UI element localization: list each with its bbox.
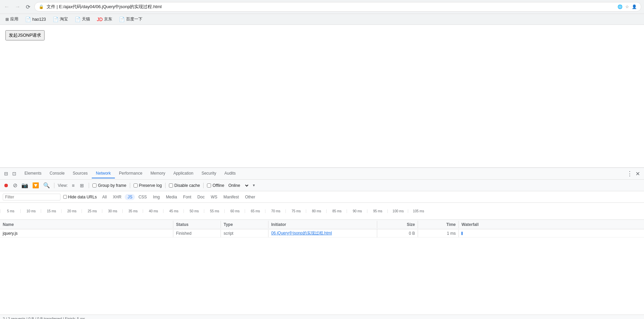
filter-ws[interactable]: WS [208,194,220,200]
filter-xhr[interactable]: XHR [110,194,124,200]
col-header-time[interactable]: Time [418,221,459,228]
back-button[interactable]: ← [3,2,11,11]
filter-img[interactable]: Img [150,194,162,200]
timeline-label: 60 ms [224,209,245,213]
user-icon[interactable]: 👤 [632,4,637,9]
jsonp-request-button[interactable]: 发起JSONP请求 [5,30,45,40]
star-icon[interactable]: ☆ [625,4,629,9]
row-status: Finished [173,230,221,237]
timeline-label: 80 ms [306,209,326,213]
online-chevron-icon[interactable]: ▼ [252,183,256,187]
preserve-log-checkbox[interactable] [134,183,138,188]
network-table: Name Status Type Initiator Size Time Wat… [0,220,644,315]
online-select[interactable]: Online Offline Slow 3G Fast 3G [227,183,249,188]
filter-css[interactable]: CSS [136,194,150,200]
row-waterfall [459,230,644,236]
filter-input[interactable] [3,194,60,200]
tab-audits[interactable]: Audits [220,169,240,178]
filter-js[interactable]: JS [125,194,135,200]
view-table-button[interactable]: ⊞ [79,182,85,189]
bookmark-jd[interactable]: JD 京东 [94,16,115,23]
timeline-bar: 5 ms10 ms15 ms20 ms25 ms30 ms35 ms40 ms4… [0,203,644,220]
devtools-more-button[interactable]: ⋮ [625,169,634,179]
screenshot-button[interactable]: 📷 [21,181,29,189]
timeline-label: 105 ms [408,209,428,213]
jd-label: 京东 [104,16,112,22]
bookmark-taobao[interactable]: 📄 淘宝 [50,16,71,23]
timeline-labels: 5 ms10 ms15 ms20 ms25 ms30 ms35 ms40 ms4… [0,208,644,214]
tmall-icon: 📄 [75,17,81,22]
col-header-status[interactable]: Status [173,221,221,228]
network-toolbar: ⏺ ⊘ 📷 🔽 🔍 View: ≡ ⊞ Group by frame Prese… [0,180,644,191]
hao123-icon: 📄 [25,17,31,22]
nav-bar: ← → ⟳ 🔒 文件 | E:/ajax代码/day04/06.jQuery中j… [0,0,644,14]
col-header-size[interactable]: Size [377,221,418,228]
hide-data-urls-checkbox[interactable] [63,195,67,199]
preserve-log-label: Preserve log [139,183,162,188]
tab-memory[interactable]: Memory [146,169,169,178]
apps-label: 应用 [10,16,18,22]
offline-checkbox[interactable] [207,183,211,188]
address-text: 文件 | E:/ajax代码/day04/06.jQuery中jsonp的实现过… [47,4,615,10]
tab-network[interactable]: Network [92,169,115,178]
refresh-button[interactable]: ⟳ [24,2,32,12]
status-bar: 2 / 2 requests | 0 B / 0 B transferred |… [0,315,644,319]
col-header-name[interactable]: Name [0,221,173,228]
tab-console[interactable]: Console [46,169,69,178]
col-header-type[interactable]: Type [221,221,268,228]
tab-sources[interactable]: Sources [69,169,92,178]
devtools-dock-button[interactable]: ⊡ [11,170,18,178]
bookmark-hao123[interactable]: 📄 hao123 [22,16,49,23]
timeline-label: 25 ms [82,209,102,213]
tab-application[interactable]: Application [169,169,197,178]
devtools-tabs-bar: ⊟ ⊡ Elements Console Sources Network Per… [0,168,644,180]
tab-elements[interactable]: Elements [20,169,46,178]
view-list-button[interactable]: ≡ [70,182,76,189]
table-row[interactable]: jquery.js Finished script 06.jQuery中json… [0,229,644,237]
col-header-initiator[interactable]: Initiator [268,221,377,228]
timeline-label: 40 ms [143,209,163,213]
devtools-close-button[interactable]: ✕ [634,169,641,178]
apps-icon: ⊞ [5,17,9,22]
row-initiator[interactable]: 06.jQuery中jsonp的实现过程.html [268,229,377,237]
apps-button[interactable]: ⊞ 应用 [3,16,21,23]
filter-manifest[interactable]: Manifest [221,194,242,200]
disable-cache-checkbox[interactable] [169,183,173,188]
baidu-label: 百度一下 [126,16,142,22]
timeline-label: 45 ms [163,209,184,213]
bookmark-tmall[interactable]: 📄 天猫 [72,16,93,23]
filter-font[interactable]: Font [180,194,194,200]
jd-icon: JD [97,17,103,22]
offline-group[interactable]: Offline [207,183,224,188]
address-right-icons: 🌐 ☆ 👤 [617,4,637,9]
address-bar[interactable]: 🔒 文件 | E:/ajax代码/day04/06.jQuery中jsonp的实… [34,2,641,12]
group-by-frame-checkbox[interactable] [92,183,97,188]
row-type: script [221,230,268,237]
toolbar-divider-2 [89,183,89,188]
filter-other[interactable]: Other [242,194,258,200]
translate-icon[interactable]: 🌐 [617,4,623,9]
timeline-label: 10 ms [20,209,41,213]
filter-all[interactable]: All [100,194,109,200]
tab-performance[interactable]: Performance [115,169,146,178]
hide-data-urls-group[interactable]: Hide data URLs [63,195,97,199]
stop-button[interactable]: ⊘ [12,181,18,189]
preserve-log-group[interactable]: Preserve log [134,183,162,188]
filter-button[interactable]: 🔽 [32,181,40,189]
filter-media[interactable]: Media [163,194,180,200]
record-button[interactable]: ⏺ [3,182,10,189]
taobao-label: 淘宝 [60,16,68,22]
group-by-frame-group[interactable]: Group by frame [92,183,126,188]
bookmark-baidu[interactable]: 📄 百度一下 [116,16,145,23]
devtools-toggle-button[interactable]: ⊟ [3,170,10,178]
disable-cache-group[interactable]: Disable cache [169,183,200,188]
filter-doc[interactable]: Doc [195,194,207,200]
toolbar-divider-4 [165,183,166,188]
group-by-frame-label: Group by frame [98,183,126,188]
tab-security[interactable]: Security [197,169,220,178]
search-button[interactable]: 🔍 [42,181,51,189]
toolbar-divider-5 [203,183,204,188]
timeline-label: 35 ms [122,209,143,213]
col-header-waterfall[interactable]: Waterfall [459,221,644,228]
forward-button[interactable]: → [14,2,22,11]
